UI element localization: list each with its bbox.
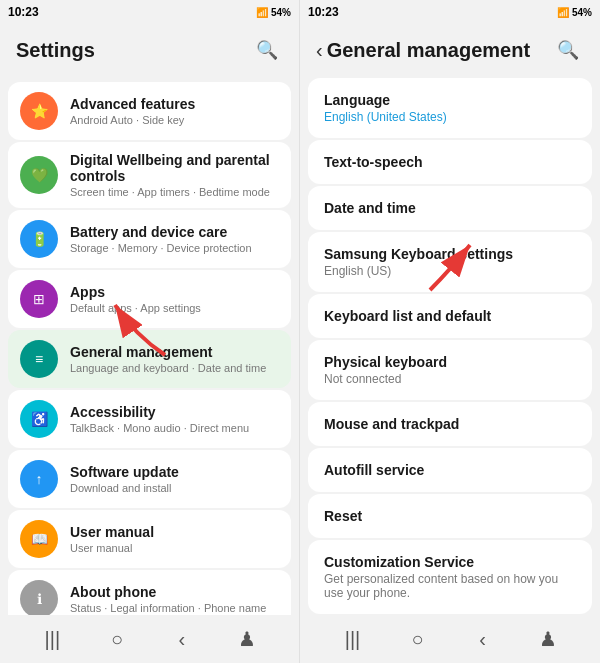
gm-title-language: Language [324, 92, 576, 108]
gm-title-mouse: Mouse and trackpad [324, 416, 576, 432]
right-header: ‹ General management 🔍 [300, 24, 600, 76]
item-text-accessibility: Accessibility TalkBack · Mono audio · Di… [70, 404, 279, 434]
gm-subtitle-customization: Get personalized content based on how yo… [324, 572, 576, 600]
item-subtitle-about: Status · Legal information · Phone name [70, 602, 279, 614]
gm-item-autofill[interactable]: Autofill service [308, 448, 592, 492]
general-management-title: General management [327, 39, 530, 62]
gm-item-language[interactable]: Language English (United States) [308, 78, 592, 138]
gm-item-reset[interactable]: Reset [308, 494, 592, 538]
item-subtitle-wellbeing: Screen time · App timers · Bedtime mode [70, 186, 279, 198]
item-icon-wellbeing: 💚 [20, 156, 58, 194]
gm-subtitle-physical_keyboard: Not connected [324, 372, 576, 386]
gm-title-keyboard_list: Keyboard list and default [324, 308, 576, 324]
item-text-apps: Apps Default apps · App settings [70, 284, 279, 314]
settings-item-manual[interactable]: 📖 User manual User manual [8, 510, 291, 568]
signal-icon-right: 📶 [557, 7, 569, 18]
gm-title-samsung_keyboard: Samsung Keyboard settings [324, 246, 576, 262]
item-title-advanced: Advanced features [70, 96, 279, 112]
settings-item-advanced[interactable]: ⭐ Advanced features Android Auto · Side … [8, 82, 291, 140]
left-panel: 10:23 📶 54% Settings 🔍 ⭐ Advanced featur… [0, 0, 300, 663]
settings-item-about[interactable]: ℹ About phone Status · Legal information… [8, 570, 291, 615]
gm-subtitle-samsung_keyboard: English (US) [324, 264, 576, 278]
status-icons-right: 📶 54% [557, 7, 592, 18]
item-title-accessibility: Accessibility [70, 404, 279, 420]
item-icon-manual: 📖 [20, 520, 58, 558]
time-right: 10:23 [308, 5, 339, 19]
signal-icon-left: 📶 [256, 7, 268, 18]
bottom-nav-left: ||| ○ ‹ ♟ [0, 615, 299, 663]
settings-item-wellbeing[interactable]: 💚 Digital Wellbeing and parental control… [8, 142, 291, 208]
settings-item-apps[interactable]: ⊞ Apps Default apps · App settings [8, 270, 291, 328]
settings-item-battery[interactable]: 🔋 Battery and device care Storage · Memo… [8, 210, 291, 268]
item-text-wellbeing: Digital Wellbeing and parental controls … [70, 152, 279, 198]
nav-home-left[interactable]: ○ [97, 619, 137, 659]
item-subtitle-general: Language and keyboard · Date and time [70, 362, 279, 374]
search-icon-left[interactable]: 🔍 [251, 34, 283, 66]
gm-title-datetime: Date and time [324, 200, 576, 216]
settings-item-software[interactable]: ↑ Software update Download and install [8, 450, 291, 508]
gm-item-keyboard_list[interactable]: Keyboard list and default [308, 294, 592, 338]
settings-item-general[interactable]: ≡ General management Language and keyboa… [8, 330, 291, 388]
item-subtitle-software: Download and install [70, 482, 279, 494]
gm-item-physical_keyboard[interactable]: Physical keyboard Not connected [308, 340, 592, 400]
item-title-wellbeing: Digital Wellbeing and parental controls [70, 152, 279, 184]
nav-recent-right[interactable]: ||| [333, 619, 373, 659]
item-text-manual: User manual User manual [70, 524, 279, 554]
status-bar-right: 10:23 📶 54% [300, 0, 600, 24]
item-icon-general: ≡ [20, 340, 58, 378]
right-panel: 10:23 📶 54% ‹ General management 🔍 Langu… [300, 0, 600, 663]
settings-item-accessibility[interactable]: ♿ Accessibility TalkBack · Mono audio · … [8, 390, 291, 448]
item-icon-advanced: ⭐ [20, 92, 58, 130]
gm-item-samsung_keyboard[interactable]: Samsung Keyboard settings English (US) [308, 232, 592, 292]
item-title-battery: Battery and device care [70, 224, 279, 240]
item-icon-about: ℹ [20, 580, 58, 615]
item-text-software: Software update Download and install [70, 464, 279, 494]
battery-left: 54% [271, 7, 291, 18]
status-icons-left: 📶 54% [256, 7, 291, 18]
gm-title-tts: Text-to-speech [324, 154, 576, 170]
item-text-battery: Battery and device care Storage · Memory… [70, 224, 279, 254]
nav-home-right[interactable]: ○ [398, 619, 438, 659]
back-button[interactable]: ‹ [316, 39, 323, 62]
gm-title-autofill: Autofill service [324, 462, 576, 478]
item-subtitle-advanced: Android Auto · Side key [70, 114, 279, 126]
item-icon-apps: ⊞ [20, 280, 58, 318]
right-header-left: ‹ General management [316, 39, 530, 62]
item-title-manual: User manual [70, 524, 279, 540]
panels-wrapper: 10:23 📶 54% Settings 🔍 ⭐ Advanced featur… [0, 0, 600, 663]
item-subtitle-apps: Default apps · App settings [70, 302, 279, 314]
status-bar-left: 10:23 📶 54% [0, 0, 299, 24]
item-subtitle-manual: User manual [70, 542, 279, 554]
nav-assist-right[interactable]: ♟ [528, 619, 568, 659]
nav-recent-left[interactable]: ||| [32, 619, 72, 659]
item-title-about: About phone [70, 584, 279, 600]
gm-item-mouse[interactable]: Mouse and trackpad [308, 402, 592, 446]
time-left: 10:23 [8, 5, 39, 19]
settings-list: ⭐ Advanced features Android Auto · Side … [0, 76, 299, 615]
item-icon-software: ↑ [20, 460, 58, 498]
left-header-icons: 🔍 [251, 34, 283, 66]
gm-list: Language English (United States) Text-to… [300, 76, 600, 615]
battery-right: 54% [572, 7, 592, 18]
item-text-general: General management Language and keyboard… [70, 344, 279, 374]
settings-title: Settings [16, 39, 95, 62]
gm-subtitle-language: English (United States) [324, 110, 576, 124]
item-text-about: About phone Status · Legal information ·… [70, 584, 279, 614]
left-header: Settings 🔍 [0, 24, 299, 76]
gm-item-datetime[interactable]: Date and time [308, 186, 592, 230]
gm-title-physical_keyboard: Physical keyboard [324, 354, 576, 370]
item-subtitle-battery: Storage · Memory · Device protection [70, 242, 279, 254]
nav-assist-left[interactable]: ♟ [227, 619, 267, 659]
item-icon-battery: 🔋 [20, 220, 58, 258]
search-icon-right[interactable]: 🔍 [552, 34, 584, 66]
nav-back-right[interactable]: ‹ [463, 619, 503, 659]
gm-title-reset: Reset [324, 508, 576, 524]
item-title-general: General management [70, 344, 279, 360]
gm-item-customization[interactable]: Customization Service Get personalized c… [308, 540, 592, 614]
gm-title-customization: Customization Service [324, 554, 576, 570]
bottom-nav-right: ||| ○ ‹ ♟ [300, 615, 600, 663]
item-subtitle-accessibility: TalkBack · Mono audio · Direct menu [70, 422, 279, 434]
gm-item-tts[interactable]: Text-to-speech [308, 140, 592, 184]
item-title-software: Software update [70, 464, 279, 480]
nav-back-left[interactable]: ‹ [162, 619, 202, 659]
